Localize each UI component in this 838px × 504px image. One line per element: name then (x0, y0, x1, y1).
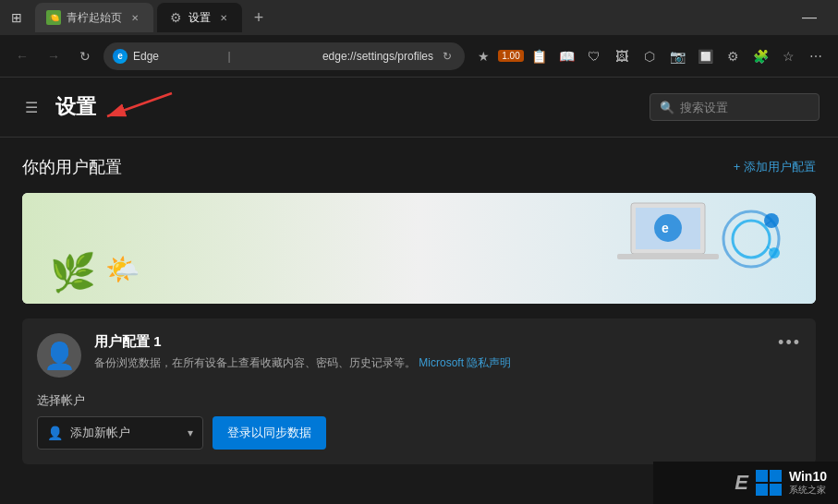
win10-text: Win10 (789, 469, 827, 484)
svg-line-1 (107, 93, 172, 116)
win-logo-e: E (735, 471, 748, 495)
toolbar-shield-icon[interactable]: 🛡 (581, 43, 607, 69)
bottom-bar: E Win10 系统之家 (653, 462, 838, 504)
refresh-address-icon: ↻ (439, 48, 455, 65)
toolbar-icons: ★ 1.00 📋 📖 🛡 🖼 ⬡ 📷 🔲 ⚙ 🧩 ☆ ⋯ (470, 43, 829, 69)
profile-header: 你的用户配置 + 添加用户配置 (22, 156, 816, 178)
svg-rect-4 (617, 254, 719, 259)
win-cell-4 (770, 484, 782, 496)
add-profile-label: + 添加用户配置 (734, 159, 816, 175)
toolbar-badge-icon[interactable]: 1.00 (498, 43, 524, 69)
refresh-button[interactable]: ↻ (72, 43, 98, 69)
account-select-arrow-icon: ▾ (188, 426, 193, 439)
toolbar-more-icon[interactable]: ⋯ (803, 43, 829, 69)
tab-lemon[interactable]: 🍋 青柠起始页 ✕ (35, 3, 153, 32)
toolbar-ext-icon[interactable]: 🧩 (747, 43, 773, 69)
profile-more-button[interactable]: ••• (778, 333, 801, 353)
address-text: edge://settings/profiles (322, 50, 433, 63)
banner-plant-icon: 🌿 (50, 251, 96, 294)
forward-button[interactable]: → (41, 43, 67, 69)
account-controls: 👤 添加新帐户 ▾ 登录以同步数据 (37, 416, 801, 450)
search-settings-input[interactable] (680, 101, 809, 114)
profile-name: 用户配置 1 (94, 333, 765, 351)
search-icon: 🔍 (660, 101, 674, 114)
win10-badge: Win10 系统之家 (789, 469, 827, 497)
menu-icon[interactable]: ☰ (18, 94, 44, 120)
search-settings-wrap[interactable]: 🔍 (650, 93, 820, 121)
profile-card: 👤 用户配置 1 备份浏览数据，在所有设备上查看收藏内容、密码、历史记录等。 M… (22, 318, 816, 464)
profile-description: 备份浏览数据，在所有设备上查看收藏内容、密码、历史记录等。 Microsoft … (94, 354, 765, 371)
account-section: 选择帐户 👤 添加新帐户 ▾ 登录以同步数据 (37, 392, 801, 450)
toolbar-apps-icon[interactable]: 🔲 (692, 43, 718, 69)
tab-lemon-close[interactable]: ✕ (128, 10, 142, 25)
win10-sub: 系统之家 (789, 484, 826, 497)
minimize-button[interactable]: — (788, 0, 831, 35)
svg-text:e: e (662, 221, 669, 235)
account-select-user-icon: 👤 (47, 426, 63, 440)
toolbar-star-icon[interactable]: ★ (470, 43, 496, 69)
tab-lemon-label: 青柠起始页 (67, 10, 122, 26)
settings-title: 设置 (55, 93, 96, 121)
profile-avatar: 👤 (37, 333, 81, 378)
banner-sun-icon: 🌤️ (105, 253, 140, 285)
new-tab-button[interactable]: + (246, 5, 272, 30)
address-bar: ← → ↻ e Edge | edge://settings/profiles … (0, 35, 838, 78)
tab-bar: ⊞ 🍋 青柠起始页 ✕ ⚙ 设置 ✕ + — (0, 0, 838, 35)
tab-bar-left: ⊞ (7, 8, 26, 27)
red-arrow-svg (98, 89, 190, 126)
win-cell-3 (756, 484, 768, 496)
lemon-favicon: 🍋 (46, 10, 61, 25)
content-area: ☰ 设置 🔍 你的用户配置 (0, 78, 838, 504)
banner-content: 🌿 🌤️ e (22, 193, 816, 304)
profile-card-top: 👤 用户配置 1 备份浏览数据，在所有设备上查看收藏内容、密码、历史记录等。 M… (37, 333, 801, 378)
svg-point-8 (733, 221, 770, 258)
toolbar-settings-icon[interactable]: ⚙ (720, 43, 746, 69)
profile-desc-text: 备份浏览数据，在所有设备上查看收藏内容、密码、历史记录等。 (94, 356, 416, 369)
main-content: ☰ 设置 🔍 你的用户配置 (0, 78, 838, 504)
tab-settings[interactable]: ⚙ 设置 ✕ (157, 3, 242, 32)
toolbar-camera-icon[interactable]: 📷 (664, 43, 690, 69)
address-bar-input-wrap[interactable]: e Edge | edge://settings/profiles ↻ (103, 42, 465, 70)
account-select-text: 添加新帐户 (70, 425, 130, 441)
win-cell-2 (770, 470, 782, 482)
back-button[interactable]: ← (9, 43, 35, 69)
profile-info: 用户配置 1 备份浏览数据，在所有设备上查看收藏内容、密码、历史记录等。 Mic… (94, 333, 765, 371)
privacy-link[interactable]: Microsoft 隐私声明 (419, 356, 511, 369)
win-cell-1 (756, 470, 768, 482)
profile-section: 你的用户配置 + 添加用户配置 🌿 🌤️ (0, 138, 838, 483)
settings-header: ☰ 设置 🔍 (0, 78, 838, 138)
edge-logo-small: e (113, 49, 128, 64)
brand-label: Edge (133, 50, 218, 63)
profile-banner: 🌿 🌤️ e (22, 193, 816, 304)
toolbar-reading-icon[interactable]: 📖 (553, 43, 579, 69)
address-separator: | (227, 50, 312, 63)
toolbar-badge-label: 1.00 (498, 50, 523, 62)
tab-settings-label: 设置 (188, 10, 211, 26)
toolbar-fav-icon[interactable]: ☆ (775, 43, 801, 69)
toolbar-image-icon[interactable]: 🖼 (609, 43, 635, 69)
banner-swirl-icon (714, 202, 788, 280)
add-profile-button[interactable]: + 添加用户配置 (734, 159, 816, 175)
windows-logo (756, 470, 782, 496)
toolbar-collections-icon[interactable]: 📋 (526, 43, 552, 69)
banner-device-icon: e (613, 198, 723, 294)
account-label: 选择帐户 (37, 392, 801, 409)
settings-favicon: ⚙ (168, 10, 183, 25)
toolbar-filter-icon[interactable]: ⬡ (637, 43, 662, 69)
profile-header-title: 你的用户配置 (22, 156, 122, 178)
arrow-annotation (107, 89, 638, 126)
window-icon: ⊞ (7, 8, 26, 27)
account-select[interactable]: 👤 添加新帐户 ▾ (37, 416, 203, 450)
tab-settings-close[interactable]: ✕ (216, 10, 231, 25)
sync-button[interactable]: 登录以同步数据 (213, 416, 326, 450)
